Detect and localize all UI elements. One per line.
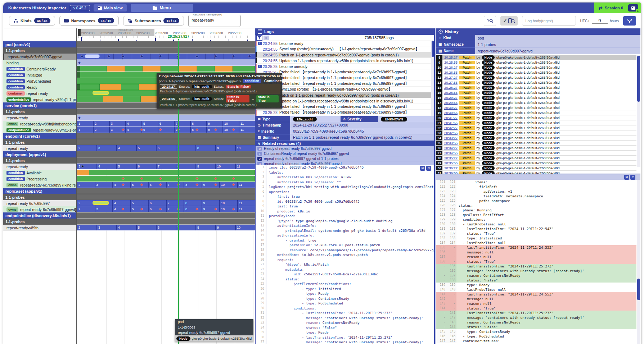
history-row[interactable]: 2220:32:27PatchbyNodegke-p0-gke-basic-1-… <box>436 125 636 130</box>
history-row[interactable]: 2920:35:55PatchbyNodegke-p0-gke-basic-1-… <box>436 161 636 166</box>
main-view-button[interactable]: Main view <box>94 4 127 12</box>
timeline-row[interactable] <box>77 139 255 145</box>
history-row[interactable]: 1620:29:27PatchbyNodegke-p0-gke-basic-1-… <box>436 95 636 100</box>
timeline-row[interactable]: 234567891011◆◆◆◆◆◆◆ <box>77 182 255 188</box>
log-row[interactable]: 20:25:27Probe failed 【repeat-ready in 1-… <box>256 104 434 110</box>
resource-row[interactable]: ownsrepeat-ready-v89fn[kind:endpointslic… <box>3 121 76 127</box>
timeline-row[interactable]: 2345678910 <box>77 145 255 151</box>
timeline-row[interactable] <box>77 47 255 54</box>
namespace-row[interactable]: 1-1-probes <box>3 47 76 54</box>
hamburger-icon[interactable] <box>258 29 262 34</box>
resource-row[interactable]: conditionPodScheduled <box>3 78 76 84</box>
timeline-row[interactable] <box>77 219 255 225</box>
history-row[interactable]: 3020:36:27PatchbyNodegke-p0-gke-basic-1-… <box>436 166 636 171</box>
kind-row[interactable]: endpoint (core/v1) <box>3 133 76 139</box>
timeline-row[interactable]: 1234567891011◆◆◆◆◆◆◆ <box>77 127 255 133</box>
timeline-row[interactable]: 234567891011◆◆◆◆◆◆◆ <box>77 206 255 212</box>
resource-row[interactable]: conditionAvailable <box>3 170 76 176</box>
timeline-row[interactable] <box>77 157 255 164</box>
log-row[interactable]: 20:25:28Probe failed 【repeat-ready in 1-… <box>256 110 434 115</box>
copy-icon[interactable]: ⧉ <box>420 166 425 171</box>
timeline-row[interactable] <box>77 41 255 47</box>
timeline-row[interactable]: ◆◆◆◆◆◆◆◆◆◆◆ <box>77 54 255 60</box>
log-search-toggle-button[interactable]: ✓ <box>500 16 518 26</box>
resource-row[interactable]: repeat-ready <box>3 115 76 121</box>
log-row[interactable]: 20:24:55Patch on 1-1-probes.repeat-ready… <box>256 52 434 58</box>
log-row[interactable]: i20:25:25become unready <box>256 64 434 69</box>
open-in-new-icon[interactable]: ⊡ <box>426 166 431 171</box>
timeline-search-button[interactable] <box>484 16 496 26</box>
history-row[interactable]: 1920:30:55PatchbyNodegke-p0-gke-basic-1-… <box>436 110 636 115</box>
timeline-row[interactable] <box>77 194 255 200</box>
history-scrollbar-thumb[interactable] <box>637 56 640 102</box>
log-filter-button[interactable] <box>256 35 262 41</box>
timeline-row[interactable] <box>77 133 255 139</box>
history-row[interactable]: 1820:30:27PatchbyNodegke-p0-gke-basic-1-… <box>436 105 636 110</box>
history-row[interactable]: 1720:29:55PatchbyNodegke-p0-gke-basic-1-… <box>436 100 636 105</box>
diff-viewer[interactable]: 121121 items:122122 - fieldRef:123123 ap… <box>436 180 636 344</box>
kind-row[interactable]: deployment (apps/v1) <box>3 151 76 157</box>
namespace-row[interactable]: 1-1-probes <box>3 157 76 164</box>
logs-scrollbar-thumb[interactable] <box>432 41 434 57</box>
log-sort-button[interactable]: ≡ <box>264 36 269 40</box>
timeline-row[interactable]: ◆◆◆◆◆◆◆ <box>77 176 255 182</box>
namespace-row[interactable]: 1-1-probes <box>3 219 76 225</box>
apply-filter-button[interactable] <box>623 16 636 26</box>
copy-icon[interactable]: ⧉ <box>624 175 629 180</box>
resource-row[interactable]: endpointslicerepeat-ready-v89fn(1-1-prob… <box>3 96 76 102</box>
utc-offset-input[interactable]: 9 <box>592 18 608 24</box>
resource-row[interactable]: conditionReady <box>3 84 76 90</box>
related-resources-header[interactable]: ∨ Related resources (4) <box>256 141 434 146</box>
history-row[interactable]: 820:25:27PatchbyNodegke-p0-gke-basic-1-d… <box>436 55 636 60</box>
kind-row[interactable]: pod (core/v1) <box>3 41 76 47</box>
resource-row[interactable]: repeat-ready-v89fn <box>3 225 76 231</box>
diff-scrollbar[interactable] <box>637 180 640 344</box>
resource-row[interactable]: repeat-ready <box>3 164 76 170</box>
resource-row[interactable]: repeat-ready-6c7c69d997-ggnvd <box>3 54 76 60</box>
resource-row[interactable]: ownsrepeat-ready-6c7c69d997[kind:replic.… <box>3 182 76 188</box>
resource-row[interactable]: repeat-ready-6c7c69d997 <box>3 200 76 206</box>
namespace-row[interactable]: 1-1-probes <box>3 139 76 145</box>
logs-scrollbar[interactable] <box>431 41 434 116</box>
history-scrollbar[interactable] <box>637 55 640 167</box>
kind-row[interactable]: endpointslice (discovery.k8s.io/v1) <box>3 212 76 219</box>
timeline-row[interactable] <box>77 212 255 219</box>
open-in-new-icon[interactable]: ⊡ <box>630 175 635 180</box>
history-row[interactable]: 1320:27:55PatchbyNodegke-p0-gke-basic-1-… <box>436 80 636 85</box>
history-row[interactable]: 2320:32:55PatchbyNodegke-p0-gke-basic-1-… <box>436 130 636 136</box>
timeline-row[interactable]: 2345678910 <box>77 225 255 231</box>
related-resource-row[interactable]: 2repeat-ready-6c7c69d997-ggnvd of 1-1-pr… <box>256 156 434 161</box>
related-resource-row[interactable]: 0Ready of repeat-ready-6c7c69d997-ggnvd <box>256 146 434 151</box>
history-row[interactable]: 1520:28:55PatchbyNodegke-p0-gke-basic-1-… <box>436 90 636 95</box>
namespace-row[interactable]: 1-1-probes <box>3 194 76 200</box>
log-body-viewer[interactable]: ⧉ ⊡ 1insertId: 00233fa2-7c59-4090-aee3-c… <box>256 165 434 344</box>
menu-button[interactable]: Menu <box>131 4 193 12</box>
timeline-ruler[interactable]: 2024-11-29 20:23:0020:23:3020:24:0020:24… <box>77 28 255 42</box>
timeline-row[interactable]: 234567891011 <box>77 200 255 206</box>
history-row[interactable]: 2720:34:55PatchbyNodegke-p0-gke-basic-1-… <box>436 151 636 156</box>
namespace-row[interactable]: 1-1-probes <box>3 109 76 115</box>
kind-row[interactable]: replicaset (apps/v1) <box>3 188 76 194</box>
log-body-input[interactable]: Log body(regex) <box>522 16 576 26</box>
timeline-row[interactable]: ◆ <box>77 60 255 66</box>
namespaces-filter-button[interactable]: Namespaces 16 / 16 <box>59 16 119 26</box>
timeline-row[interactable] <box>77 188 255 194</box>
history-row[interactable]: 2120:31:55PatchbyNodegke-p0-gke-basic-1-… <box>436 120 636 125</box>
history-row[interactable]: 920:25:55PatchbyNodegke-p0-gke-basic-1-d… <box>436 60 636 65</box>
history-row[interactable]: 1020:26:27PatchbyNodegke-p0-gke-basic-1-… <box>436 65 636 70</box>
history-row[interactable]: 2020:31:27PatchbyNodegke-p0-gke-basic-1-… <box>436 115 636 120</box>
resource-row[interactable]: ownsrepeat-ready-6c7c69d997-ggnvd[kin... <box>3 206 76 212</box>
timeline-row[interactable] <box>77 151 255 157</box>
history-row[interactable]: 1120:26:55PatchbyNodegke-p0-gke-basic-1-… <box>436 70 636 75</box>
resource-name-input[interactable]: Resource name(regex) repeat-ready <box>188 15 241 27</box>
resource-row[interactable]: conditionProgressing <box>3 176 76 182</box>
resource-row[interactable]: conditionInitialized <box>3 72 76 78</box>
timeline-row[interactable]: ◆ <box>77 115 255 121</box>
kind-row[interactable]: service (core/v1) <box>3 102 76 109</box>
log-row[interactable]: i20:24:55become ready <box>256 41 434 46</box>
history-row[interactable]: 1220:27:27PatchbyNodegke-p0-gke-basic-1-… <box>436 75 636 80</box>
timeline-row[interactable] <box>77 66 255 72</box>
log-row[interactable]: 20:25:27Patch on 1-1-probes.repeat-ready… <box>256 92 434 98</box>
resource-row[interactable]: repeat-ready <box>3 145 76 151</box>
kinds-filter-button[interactable]: Kinds 46 / 46 <box>9 16 55 26</box>
